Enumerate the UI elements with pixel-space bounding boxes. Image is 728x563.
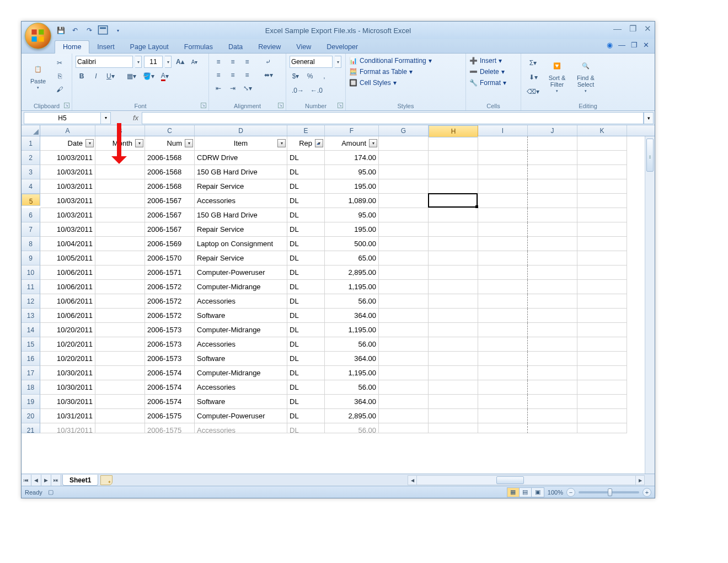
undo-icon[interactable]: ↶ [69, 24, 81, 36]
cell[interactable] [429, 237, 478, 251]
cell[interactable]: 10/20/2011 [40, 323, 95, 337]
column-header-E[interactable]: E [287, 125, 325, 136]
name-box-dd-icon[interactable]: ▾ [101, 112, 111, 124]
zoom-in-button[interactable]: + [643, 488, 651, 497]
column-header-D[interactable]: D [195, 125, 287, 136]
filter-button[interactable]: ▾ [369, 139, 377, 147]
cell[interactable]: DL [287, 222, 325, 237]
cell[interactable] [577, 251, 627, 265]
cell[interactable]: 2006-1574 [145, 380, 195, 395]
cell[interactable] [379, 366, 429, 380]
save-icon[interactable]: 💾 [55, 24, 67, 36]
paste-button[interactable]: 📋 Paste ▾ [25, 56, 51, 95]
cell[interactable]: DL [287, 280, 325, 294]
close-button[interactable]: ✕ [644, 24, 651, 34]
cell[interactable] [478, 237, 528, 251]
copy-icon[interactable]: ⎘ [53, 70, 66, 82]
cell[interactable] [528, 380, 577, 395]
cell[interactable] [478, 380, 528, 395]
cell[interactable]: 2,895.00 [325, 409, 379, 423]
horizontal-scrollbar[interactable]: ◀ ▶ [408, 475, 645, 485]
cell[interactable] [429, 337, 478, 352]
column-header-I[interactable]: I [478, 125, 528, 136]
office-button[interactable] [25, 23, 51, 49]
cell[interactable]: DL [287, 179, 325, 194]
mdi-restore-button[interactable]: ❐ [631, 41, 638, 49]
cell[interactable] [95, 237, 145, 251]
cell[interactable] [379, 280, 429, 294]
row-header[interactable]: 18 [22, 380, 40, 395]
ribbon-tab-home[interactable]: Home [55, 40, 89, 54]
cell[interactable] [528, 165, 577, 179]
cell[interactable] [95, 265, 145, 280]
cell[interactable] [478, 366, 528, 380]
shrink-font-icon[interactable]: A▾ [189, 56, 201, 68]
cell[interactable] [478, 409, 528, 423]
cell[interactable] [95, 309, 145, 323]
cell[interactable] [95, 366, 145, 380]
cell[interactable] [577, 395, 627, 409]
cell[interactable] [528, 151, 577, 165]
row-header[interactable]: 15 [22, 337, 40, 352]
filter-button[interactable]: ▾ [315, 139, 323, 147]
cell[interactable] [528, 136, 577, 151]
cell[interactable]: DL [287, 294, 325, 309]
cell[interactable]: Software [195, 352, 287, 366]
font-name-combo[interactable] [76, 56, 133, 68]
row-header[interactable]: 19 [22, 395, 40, 409]
cell[interactable] [577, 237, 627, 251]
cell[interactable] [379, 237, 429, 251]
cell[interactable] [478, 136, 528, 151]
cell[interactable] [577, 409, 627, 423]
cell[interactable] [528, 208, 577, 222]
cell[interactable]: 1,195.00 [325, 280, 379, 294]
cell[interactable]: 56.00 [325, 337, 379, 352]
underline-button[interactable]: U▾ [104, 70, 117, 82]
cell[interactable]: 10/30/2011 [40, 366, 95, 380]
cell[interactable]: 10/03/2011 [40, 165, 95, 179]
cell[interactable]: 10/06/2011 [40, 265, 95, 280]
grow-font-icon[interactable]: A▴ [174, 56, 186, 68]
cell[interactable] [577, 208, 627, 222]
cell[interactable]: 10/03/2011 [40, 222, 95, 237]
cell[interactable] [379, 409, 429, 423]
sheet-nav-first-icon[interactable]: ⏮ [22, 475, 31, 486]
cell[interactable]: 65.00 [325, 251, 379, 265]
cell[interactable]: Computer-Midrange [195, 323, 287, 337]
column-header-C[interactable]: C [145, 125, 195, 136]
cell[interactable]: 95.00 [325, 208, 379, 222]
delete-cells-button[interactable]: ➖ Delete ▾ [469, 68, 517, 76]
cell[interactable] [528, 337, 577, 352]
row-header[interactable]: 16 [22, 352, 40, 366]
cell[interactable]: 10/04/2011 [40, 237, 95, 251]
hscroll-right-icon[interactable]: ▶ [635, 476, 644, 485]
cell[interactable] [478, 151, 528, 165]
row-header[interactable]: 20 [22, 409, 40, 423]
cell[interactable] [478, 179, 528, 194]
cell[interactable]: 2006-1573 [145, 337, 195, 352]
cell[interactable] [429, 366, 478, 380]
align-top-icon[interactable]: ≡ [212, 56, 224, 68]
cell[interactable] [95, 194, 145, 208]
table-header-month[interactable]: Month▾ [95, 136, 145, 151]
cell[interactable]: DL [287, 151, 325, 165]
cell[interactable] [379, 194, 429, 208]
ribbon-tab-view[interactable]: View [288, 41, 319, 53]
cell[interactable] [95, 409, 145, 423]
number-format-dd-icon[interactable]: ▾ [335, 56, 341, 68]
cell[interactable] [478, 294, 528, 309]
cell[interactable] [429, 395, 478, 409]
cell[interactable]: Repair Service [195, 222, 287, 237]
cell[interactable]: 2006-1573 [145, 352, 195, 366]
ribbon-tab-page-layout[interactable]: Page Layout [122, 41, 176, 53]
cell[interactable]: Repair Service [195, 179, 287, 194]
cell[interactable]: 10/30/2011 [40, 395, 95, 409]
cell[interactable] [577, 222, 627, 237]
filter-button[interactable]: ▾ [85, 139, 94, 147]
number-format-combo[interactable] [290, 56, 333, 68]
cell[interactable]: 2006-1567 [145, 208, 195, 222]
cell[interactable]: Computer-Poweruser [195, 409, 287, 423]
select-all-corner[interactable] [22, 125, 40, 136]
row-header[interactable]: 10 [22, 265, 40, 280]
cell[interactable] [429, 136, 478, 151]
